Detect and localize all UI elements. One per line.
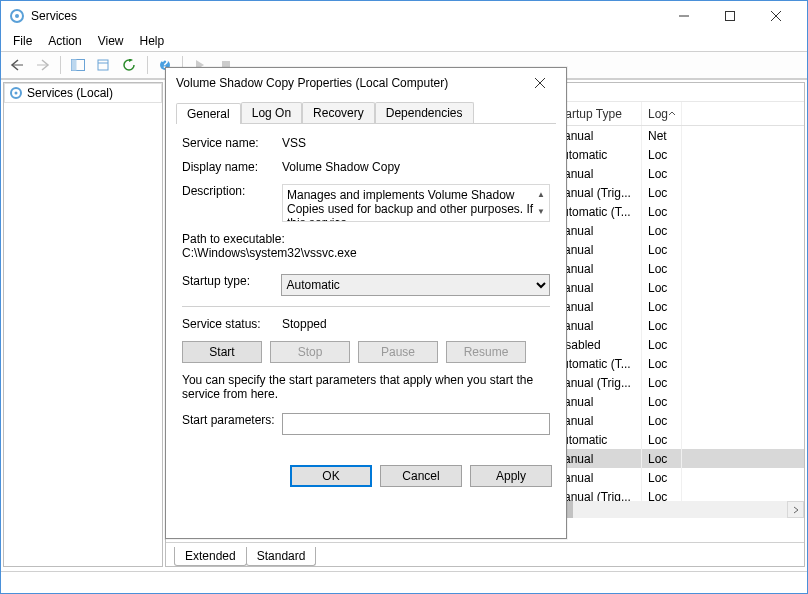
dialog-titlebar[interactable]: Volume Shadow Copy Properties (Local Com… [166,68,566,98]
description-box[interactable]: Manages and implements Volume Shadow Cop… [282,184,550,222]
resume-button[interactable]: Resume [446,341,526,363]
service-status-label: Service status: [182,317,282,331]
titlebar: Services [1,1,807,31]
dialog-tabs: General Log On Recovery Dependencies [166,98,566,123]
svg-point-1 [15,14,19,18]
ok-button[interactable]: OK [290,465,372,487]
tree-root-label[interactable]: Services (Local) [27,86,113,100]
display-name-value: Volume Shadow Copy [282,160,550,174]
export-list-button[interactable] [92,54,116,76]
properties-dialog: Volume Shadow Copy Properties (Local Com… [165,67,567,539]
tab-general[interactable]: General [176,103,241,124]
stop-button[interactable]: Stop [270,341,350,363]
tab-standard[interactable]: Standard [246,547,317,566]
dialog-title: Volume Shadow Copy Properties (Local Com… [176,76,524,90]
scroll-right-button[interactable] [787,501,804,518]
tab-extended[interactable]: Extended [174,547,247,566]
pause-button[interactable]: Pause [358,341,438,363]
show-hide-tree-button[interactable] [66,54,90,76]
path-label: Path to executable: [182,232,550,246]
forward-button[interactable] [31,54,55,76]
maximize-button[interactable] [707,1,753,31]
tab-logon[interactable]: Log On [241,102,302,123]
svg-point-16 [15,92,18,95]
back-button[interactable] [5,54,29,76]
menu-help[interactable]: Help [140,34,165,48]
description-scroll[interactable]: ▲▼ [534,186,548,220]
start-button[interactable]: Start [182,341,262,363]
start-params-label: Start parameters: [182,413,282,427]
display-name-label: Display name: [182,160,282,174]
startup-type-label: Startup type: [182,274,281,288]
menubar: File Action View Help [1,31,807,51]
svg-rect-9 [72,60,77,71]
statusbar [1,571,807,593]
svg-rect-10 [98,60,108,70]
apply-button[interactable]: Apply [470,465,552,487]
menu-view[interactable]: View [98,34,124,48]
services-icon [9,8,25,24]
menu-action[interactable]: Action [48,34,81,48]
view-tabs: Extended Standard [166,542,804,566]
startup-type-select[interactable]: Automatic [281,274,550,296]
menu-file[interactable]: File [13,34,32,48]
service-name-label: Service name: [182,136,282,150]
service-name-value: VSS [282,136,550,150]
dialog-close-button[interactable] [524,70,556,96]
service-status-value: Stopped [282,317,550,331]
svg-rect-3 [726,12,735,21]
path-value: C:\Windows\system32\vssvc.exe [182,246,550,260]
start-params-hint: You can specify the start parameters tha… [182,373,550,401]
gear-icon [9,86,23,100]
tree-header: Services (Local) [4,83,162,103]
tab-recovery[interactable]: Recovery [302,102,375,123]
start-params-input[interactable] [282,413,550,435]
tab-dependencies[interactable]: Dependencies [375,102,474,123]
col-logon[interactable]: Log [642,102,682,125]
close-button[interactable] [753,1,799,31]
services-window: Services File Action View Help ? Service… [0,0,808,594]
tree-pane: Services (Local) [3,82,163,567]
cancel-button[interactable]: Cancel [380,465,462,487]
tab-panel-general: Service name: VSS Display name: Volume S… [176,123,556,451]
refresh-button[interactable] [118,54,142,76]
description-text: Manages and implements Volume Shadow Cop… [287,188,533,222]
minimize-button[interactable] [661,1,707,31]
description-label: Description: [182,184,282,198]
window-title: Services [31,9,661,23]
